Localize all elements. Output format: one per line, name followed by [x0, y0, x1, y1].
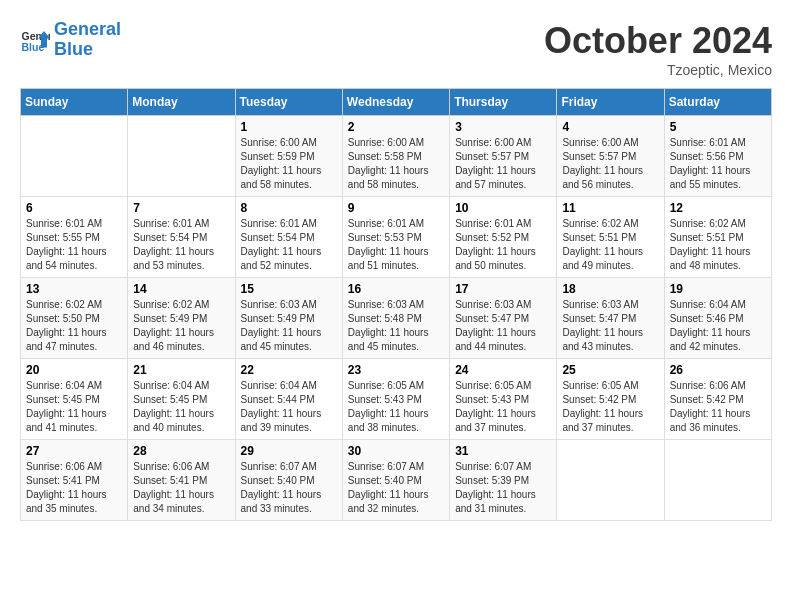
day-number: 7 — [133, 201, 229, 215]
day-number: 31 — [455, 444, 551, 458]
day-cell: 8Sunrise: 6:01 AM Sunset: 5:54 PM Daylig… — [235, 197, 342, 278]
day-cell: 2Sunrise: 6:00 AM Sunset: 5:58 PM Daylig… — [342, 116, 449, 197]
header-cell-thursday: Thursday — [450, 89, 557, 116]
day-cell: 16Sunrise: 6:03 AM Sunset: 5:48 PM Dayli… — [342, 278, 449, 359]
day-number: 29 — [241, 444, 337, 458]
day-cell: 25Sunrise: 6:05 AM Sunset: 5:42 PM Dayli… — [557, 359, 664, 440]
day-info: Sunrise: 6:00 AM Sunset: 5:57 PM Dayligh… — [455, 136, 551, 192]
day-info: Sunrise: 6:05 AM Sunset: 5:43 PM Dayligh… — [348, 379, 444, 435]
day-info: Sunrise: 6:06 AM Sunset: 5:42 PM Dayligh… — [670, 379, 766, 435]
day-info: Sunrise: 6:03 AM Sunset: 5:49 PM Dayligh… — [241, 298, 337, 354]
day-cell: 14Sunrise: 6:02 AM Sunset: 5:49 PM Dayli… — [128, 278, 235, 359]
day-cell: 6Sunrise: 6:01 AM Sunset: 5:55 PM Daylig… — [21, 197, 128, 278]
day-info: Sunrise: 6:02 AM Sunset: 5:51 PM Dayligh… — [562, 217, 658, 273]
day-info: Sunrise: 6:01 AM Sunset: 5:52 PM Dayligh… — [455, 217, 551, 273]
week-row-4: 20Sunrise: 6:04 AM Sunset: 5:45 PM Dayli… — [21, 359, 772, 440]
day-number: 24 — [455, 363, 551, 377]
day-number: 1 — [241, 120, 337, 134]
day-number: 6 — [26, 201, 122, 215]
day-info: Sunrise: 6:01 AM Sunset: 5:53 PM Dayligh… — [348, 217, 444, 273]
day-info: Sunrise: 6:07 AM Sunset: 5:39 PM Dayligh… — [455, 460, 551, 516]
day-number: 17 — [455, 282, 551, 296]
header-cell-monday: Monday — [128, 89, 235, 116]
day-cell: 20Sunrise: 6:04 AM Sunset: 5:45 PM Dayli… — [21, 359, 128, 440]
day-number: 16 — [348, 282, 444, 296]
logo: General Blue General Blue — [20, 20, 121, 60]
day-cell: 21Sunrise: 6:04 AM Sunset: 5:45 PM Dayli… — [128, 359, 235, 440]
day-cell: 1Sunrise: 6:00 AM Sunset: 5:59 PM Daylig… — [235, 116, 342, 197]
day-info: Sunrise: 6:01 AM Sunset: 5:54 PM Dayligh… — [241, 217, 337, 273]
day-info: Sunrise: 6:01 AM Sunset: 5:56 PM Dayligh… — [670, 136, 766, 192]
day-cell: 10Sunrise: 6:01 AM Sunset: 5:52 PM Dayli… — [450, 197, 557, 278]
day-number: 26 — [670, 363, 766, 377]
day-number: 14 — [133, 282, 229, 296]
day-cell: 12Sunrise: 6:02 AM Sunset: 5:51 PM Dayli… — [664, 197, 771, 278]
day-number: 30 — [348, 444, 444, 458]
day-cell: 15Sunrise: 6:03 AM Sunset: 5:49 PM Dayli… — [235, 278, 342, 359]
day-info: Sunrise: 6:00 AM Sunset: 5:57 PM Dayligh… — [562, 136, 658, 192]
day-info: Sunrise: 6:07 AM Sunset: 5:40 PM Dayligh… — [348, 460, 444, 516]
header-cell-tuesday: Tuesday — [235, 89, 342, 116]
day-number: 15 — [241, 282, 337, 296]
day-number: 11 — [562, 201, 658, 215]
month-title: October 2024 — [544, 20, 772, 62]
day-info: Sunrise: 6:05 AM Sunset: 5:43 PM Dayligh… — [455, 379, 551, 435]
day-number: 21 — [133, 363, 229, 377]
day-cell — [128, 116, 235, 197]
page-header: General Blue General Blue October 2024 T… — [20, 20, 772, 78]
day-number: 12 — [670, 201, 766, 215]
day-cell: 3Sunrise: 6:00 AM Sunset: 5:57 PM Daylig… — [450, 116, 557, 197]
title-block: October 2024 Tzoeptic, Mexico — [544, 20, 772, 78]
day-number: 9 — [348, 201, 444, 215]
day-info: Sunrise: 6:04 AM Sunset: 5:44 PM Dayligh… — [241, 379, 337, 435]
day-cell — [21, 116, 128, 197]
day-info: Sunrise: 6:07 AM Sunset: 5:40 PM Dayligh… — [241, 460, 337, 516]
day-info: Sunrise: 6:00 AM Sunset: 5:59 PM Dayligh… — [241, 136, 337, 192]
day-info: Sunrise: 6:01 AM Sunset: 5:54 PM Dayligh… — [133, 217, 229, 273]
day-info: Sunrise: 6:06 AM Sunset: 5:41 PM Dayligh… — [26, 460, 122, 516]
header-cell-saturday: Saturday — [664, 89, 771, 116]
day-number: 23 — [348, 363, 444, 377]
day-cell: 27Sunrise: 6:06 AM Sunset: 5:41 PM Dayli… — [21, 440, 128, 521]
location-text: Tzoeptic, Mexico — [544, 62, 772, 78]
day-number: 18 — [562, 282, 658, 296]
day-cell: 31Sunrise: 6:07 AM Sunset: 5:39 PM Dayli… — [450, 440, 557, 521]
header-cell-friday: Friday — [557, 89, 664, 116]
day-number: 5 — [670, 120, 766, 134]
day-info: Sunrise: 6:04 AM Sunset: 5:45 PM Dayligh… — [26, 379, 122, 435]
day-info: Sunrise: 6:03 AM Sunset: 5:47 PM Dayligh… — [562, 298, 658, 354]
logo-line2: Blue — [54, 39, 93, 59]
day-number: 10 — [455, 201, 551, 215]
day-cell: 13Sunrise: 6:02 AM Sunset: 5:50 PM Dayli… — [21, 278, 128, 359]
day-info: Sunrise: 6:03 AM Sunset: 5:47 PM Dayligh… — [455, 298, 551, 354]
logo-text: General Blue — [54, 20, 121, 60]
day-info: Sunrise: 6:00 AM Sunset: 5:58 PM Dayligh… — [348, 136, 444, 192]
week-row-1: 1Sunrise: 6:00 AM Sunset: 5:59 PM Daylig… — [21, 116, 772, 197]
day-cell — [557, 440, 664, 521]
day-info: Sunrise: 6:05 AM Sunset: 5:42 PM Dayligh… — [562, 379, 658, 435]
svg-text:Blue: Blue — [22, 40, 45, 52]
day-cell: 30Sunrise: 6:07 AM Sunset: 5:40 PM Dayli… — [342, 440, 449, 521]
header-cell-wednesday: Wednesday — [342, 89, 449, 116]
logo-line1: General — [54, 19, 121, 39]
day-number: 8 — [241, 201, 337, 215]
day-cell: 5Sunrise: 6:01 AM Sunset: 5:56 PM Daylig… — [664, 116, 771, 197]
day-cell: 7Sunrise: 6:01 AM Sunset: 5:54 PM Daylig… — [128, 197, 235, 278]
day-number: 4 — [562, 120, 658, 134]
header-row: SundayMondayTuesdayWednesdayThursdayFrid… — [21, 89, 772, 116]
day-number: 22 — [241, 363, 337, 377]
day-info: Sunrise: 6:04 AM Sunset: 5:46 PM Dayligh… — [670, 298, 766, 354]
day-cell: 18Sunrise: 6:03 AM Sunset: 5:47 PM Dayli… — [557, 278, 664, 359]
day-cell: 19Sunrise: 6:04 AM Sunset: 5:46 PM Dayli… — [664, 278, 771, 359]
logo-icon: General Blue — [20, 25, 50, 55]
day-cell: 22Sunrise: 6:04 AM Sunset: 5:44 PM Dayli… — [235, 359, 342, 440]
day-info: Sunrise: 6:02 AM Sunset: 5:50 PM Dayligh… — [26, 298, 122, 354]
day-cell: 4Sunrise: 6:00 AM Sunset: 5:57 PM Daylig… — [557, 116, 664, 197]
day-number: 2 — [348, 120, 444, 134]
week-row-3: 13Sunrise: 6:02 AM Sunset: 5:50 PM Dayli… — [21, 278, 772, 359]
day-cell: 23Sunrise: 6:05 AM Sunset: 5:43 PM Dayli… — [342, 359, 449, 440]
day-number: 13 — [26, 282, 122, 296]
day-number: 28 — [133, 444, 229, 458]
day-info: Sunrise: 6:06 AM Sunset: 5:41 PM Dayligh… — [133, 460, 229, 516]
day-info: Sunrise: 6:01 AM Sunset: 5:55 PM Dayligh… — [26, 217, 122, 273]
